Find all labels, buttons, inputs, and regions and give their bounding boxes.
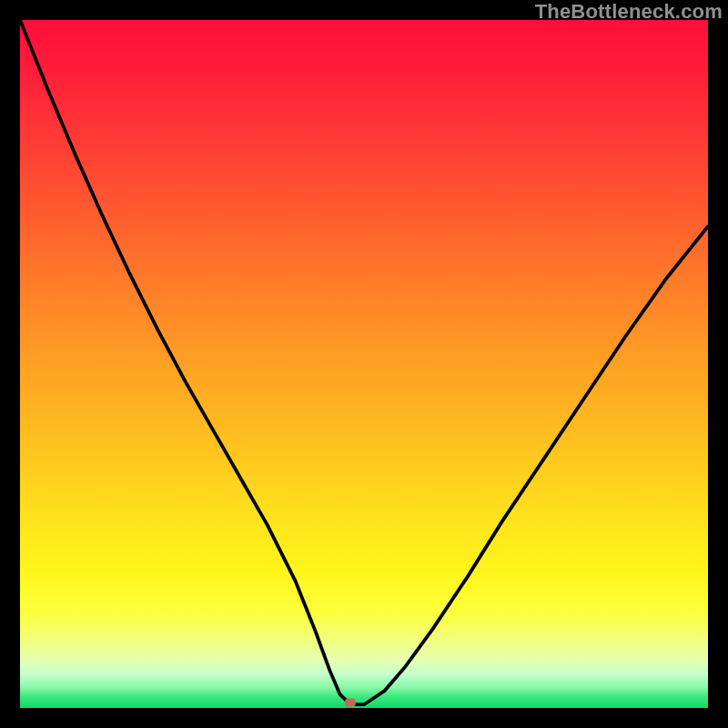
plot-area <box>20 20 708 708</box>
bottleneck-curve <box>20 20 708 708</box>
watermark-text: TheBottleneck.com <box>535 0 723 24</box>
optimum-marker <box>345 698 356 706</box>
chart-frame: TheBottleneck.com <box>0 0 728 728</box>
